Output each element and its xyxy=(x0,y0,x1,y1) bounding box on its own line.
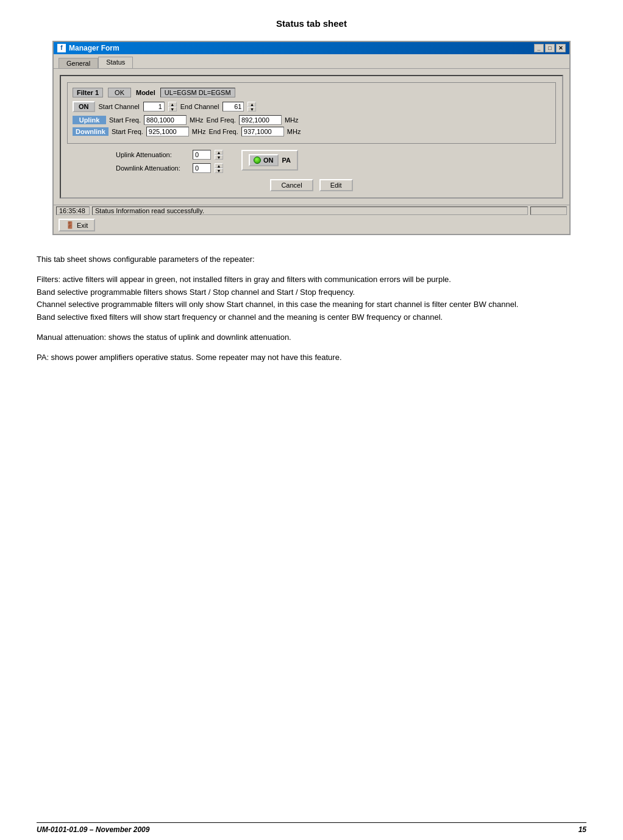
close-button[interactable]: ✕ xyxy=(556,44,566,52)
channel-row: ON Start Channel ▲ ▼ End Channel ▲ ▼ xyxy=(73,101,550,112)
footer-doc: UM-0101-01.09 – November 2009 xyxy=(37,825,149,834)
cancel-button[interactable]: Cancel xyxy=(270,179,313,191)
tab-bar: General Status xyxy=(54,54,569,68)
downlink-atten-input[interactable] xyxy=(193,163,211,173)
status-bar: 16:35:48 Status Information read success… xyxy=(54,205,569,216)
uplink-start-freq-unit: MHz xyxy=(190,116,204,124)
end-channel-down[interactable]: ▼ xyxy=(247,107,256,111)
filter-status: OK xyxy=(108,88,131,97)
uplink-atten-input[interactable] xyxy=(193,150,211,160)
filter-label: Filter 1 xyxy=(73,88,103,97)
status-message: Status Information read successfully. xyxy=(92,206,528,215)
description-filters: Filters: active filters will appear in g… xyxy=(37,274,586,324)
downlink-label: Downlink xyxy=(73,127,109,136)
model-value: UL=EGSM DL=EGSM xyxy=(160,88,235,97)
downlink-atten-row: Downlink Attenuation: ▲ ▼ xyxy=(116,163,223,173)
downlink-atten-up[interactable]: ▲ xyxy=(215,163,223,168)
maximize-button[interactable]: □ xyxy=(545,44,555,52)
filter-section: Filter 1 OK Model UL=EGSM DL=EGSM ON Sta… xyxy=(67,82,556,144)
status-time: 16:35:48 xyxy=(56,206,90,215)
description-attenuation: Manual attenuation: shows the status of … xyxy=(37,331,586,344)
action-buttons: Cancel Edit xyxy=(67,179,556,191)
window-icon: f xyxy=(57,44,66,52)
downlink-atten-down[interactable]: ▼ xyxy=(215,168,223,173)
end-channel-spinner[interactable]: ▲ ▼ xyxy=(247,102,256,111)
uplink-atten-up[interactable]: ▲ xyxy=(215,150,223,155)
title-bar: f Manager Form _ □ ✕ xyxy=(54,42,569,54)
start-channel-down[interactable]: ▼ xyxy=(168,107,177,111)
uplink-atten-row: Uplink Attenuation: ▲ ▼ xyxy=(116,150,223,160)
title-bar-left: f Manager Form xyxy=(57,44,119,52)
downlink-end-freq-label: End Freq. xyxy=(208,128,238,135)
edit-button[interactable]: Edit xyxy=(319,179,353,191)
status-extra xyxy=(530,206,567,215)
pa-on-button[interactable]: ON xyxy=(249,154,279,166)
uplink-end-freq-unit: MHz xyxy=(285,116,299,124)
manager-form-window: f Manager Form _ □ ✕ General Status xyxy=(52,41,571,235)
downlink-end-freq-input[interactable] xyxy=(241,127,284,136)
description-pa: PA: shows power amplifiers operative sta… xyxy=(37,351,586,364)
on-button[interactable]: ON xyxy=(73,101,95,112)
tab-status[interactable]: Status xyxy=(98,57,133,68)
uplink-end-freq-label: End Freq. xyxy=(207,116,236,124)
downlink-atten-label: Downlink Attenuation: xyxy=(116,164,189,172)
end-channel-label: End Channel xyxy=(180,103,219,110)
model-label: Model xyxy=(136,89,155,96)
minimize-button[interactable]: _ xyxy=(534,44,544,52)
uplink-label: Uplink xyxy=(73,116,106,124)
downlink-freq-row: Downlink Start Freq. MHz End Freq. MHz xyxy=(73,127,550,136)
downlink-start-freq-label: Start Freq. xyxy=(112,128,143,135)
start-channel-spinner[interactable]: ▲ ▼ xyxy=(168,102,177,111)
tab-general[interactable]: General xyxy=(59,58,98,68)
footer-page: 15 xyxy=(578,825,586,834)
description-intro: This tab sheet shows configurable parame… xyxy=(37,253,586,266)
downlink-atten-spinner[interactable]: ▲ ▼ xyxy=(215,163,223,173)
uplink-atten-label: Uplink Attenuation: xyxy=(116,151,189,158)
form-body: Filter 1 OK Model UL=EGSM DL=EGSM ON Sta… xyxy=(54,68,569,205)
inner-panel: Filter 1 OK Model UL=EGSM DL=EGSM ON Sta… xyxy=(60,75,563,199)
title-bar-controls: _ □ ✕ xyxy=(534,44,566,52)
attenuation-fields: Uplink Attenuation: ▲ ▼ Downlink Attenua… xyxy=(116,150,223,173)
uplink-freq-row: Uplink Start Freq. MHz End Freq. MHz xyxy=(73,115,550,125)
uplink-start-freq-input[interactable] xyxy=(144,115,187,125)
description-section: This tab sheet shows configurable parame… xyxy=(37,253,586,364)
exit-icon: 🚪 xyxy=(66,221,74,229)
pa-section: ON PA xyxy=(241,150,298,171)
end-channel-up[interactable]: ▲ xyxy=(247,102,256,107)
uplink-start-freq-label: Start Freq. xyxy=(109,116,141,124)
end-channel-input[interactable] xyxy=(222,102,244,111)
uplink-atten-down[interactable]: ▼ xyxy=(215,155,223,160)
start-channel-input[interactable] xyxy=(143,102,165,111)
downlink-start-freq-input[interactable] xyxy=(146,127,189,136)
pa-on-label: ON xyxy=(263,157,274,164)
downlink-end-freq-unit: MHz xyxy=(287,128,301,135)
start-channel-label: Start Channel xyxy=(99,103,140,110)
window-title: Manager Form xyxy=(69,44,119,52)
uplink-atten-spinner[interactable]: ▲ ▼ xyxy=(215,150,223,160)
filter-header-row: Filter 1 OK Model UL=EGSM DL=EGSM xyxy=(73,88,550,97)
pa-label: PA xyxy=(282,157,291,164)
uplink-end-freq-input[interactable] xyxy=(239,115,282,125)
pa-led-icon xyxy=(254,157,261,164)
exit-bar: 🚪 Exit xyxy=(54,216,569,234)
start-channel-up[interactable]: ▲ xyxy=(168,102,177,107)
page-footer: UM-0101-01.09 – November 2009 15 xyxy=(37,822,586,834)
page-title: Status tab sheet xyxy=(37,12,586,29)
attenuation-section: Uplink Attenuation: ▲ ▼ Downlink Attenua… xyxy=(67,150,556,173)
exit-button[interactable]: 🚪 Exit xyxy=(59,219,95,231)
downlink-start-freq-unit: MHz xyxy=(192,128,206,135)
